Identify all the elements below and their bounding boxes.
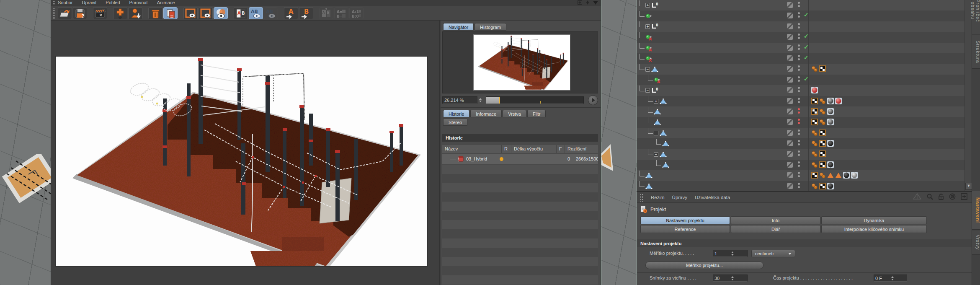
delete-image-icon[interactable] — [148, 7, 162, 19]
polygon-selection-tag-icon[interactable] — [827, 172, 834, 179]
menu-item-upravit[interactable]: Upravit — [82, 0, 96, 6]
visibility-dots-icon[interactable] — [798, 183, 800, 188]
am-tab-interpolace-kl-ov-ho-sn-mku[interactable]: Interpolace klíčového snímku — [821, 225, 927, 233]
ab-compare-off-icon[interactable]: AB — [264, 7, 278, 19]
object-row[interactable]: −0 — [637, 85, 972, 96]
material-tag-icon[interactable] — [827, 98, 834, 104]
side-tab-nastaven-[interactable]: Nastavení — [972, 191, 980, 230]
selection-tag-icon[interactable] — [811, 140, 818, 147]
menu-item-soubor[interactable]: Soubor — [58, 0, 72, 6]
enabled-check-icon[interactable]: ✓ — [804, 54, 809, 61]
rendered-image-canvas[interactable] — [56, 57, 427, 266]
panel-divider[interactable] — [439, 21, 440, 285]
material-tag-icon[interactable] — [827, 119, 834, 125]
full-frame-eye-icon[interactable] — [199, 7, 213, 19]
layer-slash-icon[interactable] — [787, 119, 793, 125]
layer-slash-icon[interactable] — [787, 2, 793, 8]
menu-item-porovnat[interactable]: Porovnat — [129, 0, 148, 6]
navigator-menu-button[interactable] — [588, 95, 598, 105]
am-menu-u-ivatelsk-data[interactable]: Uživatelská data — [695, 192, 730, 203]
object-row[interactable]: ✓ — [637, 75, 972, 85]
time-input[interactable]: 0 F — [874, 275, 907, 282]
visibility-dots-icon[interactable] — [798, 87, 800, 92]
layer-slash-icon[interactable] — [787, 55, 793, 61]
drag-grip-icon[interactable] — [52, 0, 56, 5]
am-tab-reference[interactable]: Reference — [640, 225, 730, 233]
object-row[interactable] — [637, 170, 972, 181]
image-pages-icon[interactable] — [163, 7, 178, 19]
render-settings-icon[interactable]: × — [93, 7, 107, 19]
column-header-2[interactable]: Délka výpočtu — [511, 145, 557, 153]
uvw-tag-icon[interactable] — [811, 119, 818, 125]
save-image-icon[interactable]: ? — [73, 7, 87, 19]
visibility-dots-icon[interactable] — [798, 140, 800, 145]
object-row[interactable]: ✓ — [637, 10, 972, 21]
visibility-dots-icon[interactable] — [798, 12, 800, 18]
visibility-dots-icon[interactable] — [798, 23, 800, 28]
fps-stepper[interactable] — [731, 276, 746, 280]
set-image-b-icon[interactable]: B — [299, 7, 313, 19]
layer-slash-icon[interactable] — [787, 13, 793, 18]
target-icon[interactable] — [949, 193, 956, 200]
material-tag-icon[interactable] — [851, 172, 858, 179]
object-row[interactable]: ✓ — [637, 32, 972, 42]
object-row[interactable]: + — [637, 96, 972, 106]
unit-dropdown[interactable]: centimetr — [751, 250, 795, 257]
zoom-value-input[interactable]: 26.214 % — [442, 96, 477, 104]
selection-tag-icon[interactable] — [811, 65, 818, 72]
column-header-4[interactable]: Rozlišení — [565, 145, 598, 153]
selection-tag-icon[interactable] — [819, 108, 826, 115]
ab-equal-icon[interactable]: A=B= — [334, 7, 348, 19]
enabled-check-icon[interactable]: ✓ — [804, 75, 809, 82]
selection-tag-icon[interactable] — [811, 150, 818, 157]
polygon-selection-tag-icon[interactable] — [835, 172, 842, 179]
ab-vertical-icon[interactable]: AB — [319, 7, 333, 19]
pin-icon[interactable] — [585, 0, 590, 5]
uvw-tag-icon[interactable] — [819, 130, 826, 136]
object-row[interactable]: ✓ — [637, 43, 972, 53]
fps-input[interactable]: 30 — [713, 275, 748, 282]
selection-tag-icon[interactable] — [811, 130, 818, 136]
selection-tag-icon[interactable] — [811, 161, 818, 168]
object-row[interactable]: +0 — [637, 0, 972, 10]
import-image-icon[interactable] — [113, 7, 127, 19]
expand-icon[interactable]: + — [654, 99, 658, 104]
enabled-check-icon[interactable]: ✓ — [804, 44, 809, 50]
uvw-tag-icon[interactable] — [819, 161, 826, 168]
tab-navig-tor[interactable]: Navigátor — [443, 23, 474, 31]
layer-slash-icon[interactable] — [787, 162, 793, 168]
visibility-dots-icon[interactable] — [798, 65, 800, 71]
zoom-slider-marker[interactable] — [499, 97, 500, 104]
history-table-row[interactable]: 03_Hybrid 0 2666x1500 — [442, 154, 598, 164]
layer-slash-icon[interactable] — [787, 87, 793, 93]
ab-compare-eye-icon[interactable]: AB — [249, 7, 263, 19]
object-row[interactable] — [637, 181, 972, 191]
side-tab-prohl-e-obsahu[interactable]: Prohlížeč obsahu — [972, 0, 980, 34]
material-tag-icon[interactable] — [827, 140, 834, 147]
section-header[interactable]: Nastavení projektu — [637, 239, 972, 247]
am-tab-nastaven-projektu[interactable]: Nastavení projektu — [640, 216, 730, 224]
selection-tag-icon[interactable] — [811, 183, 818, 189]
enabled-check-icon[interactable]: ✓ — [804, 11, 809, 18]
uvw-tag-icon[interactable] — [811, 98, 818, 104]
time-stepper[interactable] — [891, 276, 905, 280]
layer-slash-icon[interactable] — [787, 183, 793, 189]
collapse-icon[interactable] — [593, 1, 598, 5]
selection-tag-icon[interactable] — [819, 98, 826, 104]
am-tab-di-[interactable]: Diář — [731, 225, 820, 233]
project-scale-button[interactable]: Měřítko projektu... — [645, 262, 763, 269]
tab-filtr[interactable]: Filtr — [527, 110, 546, 117]
ab-ratio-icon[interactable]: A:1B:0 — [349, 7, 364, 19]
visibility-dots-icon[interactable] — [798, 55, 800, 60]
am-tab-dynamika[interactable]: Dynamika — [821, 216, 927, 224]
layer-slash-icon[interactable] — [787, 109, 793, 114]
layer-slash-icon[interactable] — [787, 151, 793, 157]
tab-stereo[interactable]: Stereo — [443, 118, 467, 126]
object-row[interactable] — [637, 160, 972, 170]
visibility-dots-icon[interactable] — [798, 76, 800, 82]
material-tag-icon[interactable] — [811, 87, 818, 93]
open-file-icon[interactable] — [58, 7, 72, 19]
selection-tag-icon[interactable] — [819, 119, 826, 125]
zoom-slider[interactable] — [486, 96, 584, 104]
visibility-dots-icon[interactable] — [798, 108, 800, 114]
